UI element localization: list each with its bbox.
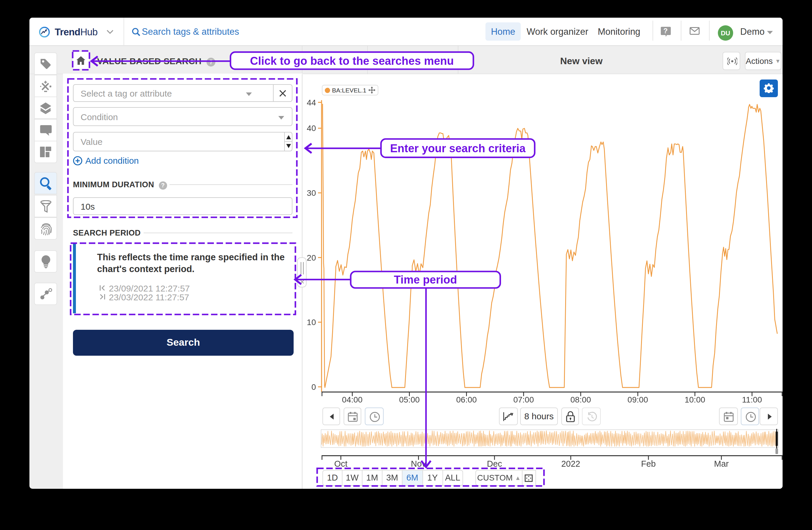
svg-text:Mar: Mar (714, 459, 729, 469)
svg-text:05:00: 05:00 (399, 395, 420, 404)
svg-text:10: 10 (307, 318, 316, 327)
svg-text:40: 40 (307, 124, 316, 133)
svg-text:07:00: 07:00 (513, 395, 534, 404)
svg-text:09:00: 09:00 (627, 395, 648, 404)
svg-text:Oct: Oct (334, 459, 347, 469)
svg-text:?: ? (664, 27, 668, 35)
svg-text:Dec: Dec (487, 459, 502, 469)
svg-text:04:00: 04:00 (342, 395, 362, 404)
svg-text:08:00: 08:00 (570, 395, 591, 404)
svg-text:10:00: 10:00 (685, 395, 705, 404)
svg-text:Nov: Nov (411, 459, 426, 469)
svg-text:44: 44 (307, 98, 316, 107)
svg-text:20: 20 (307, 253, 316, 262)
svg-text:2022: 2022 (561, 459, 580, 469)
svg-text:0: 0 (311, 382, 316, 392)
svg-text:30: 30 (307, 189, 316, 198)
svg-text:Feb: Feb (641, 459, 656, 469)
svg-text:11:00: 11:00 (742, 395, 762, 404)
svg-text:06:00: 06:00 (456, 395, 477, 404)
